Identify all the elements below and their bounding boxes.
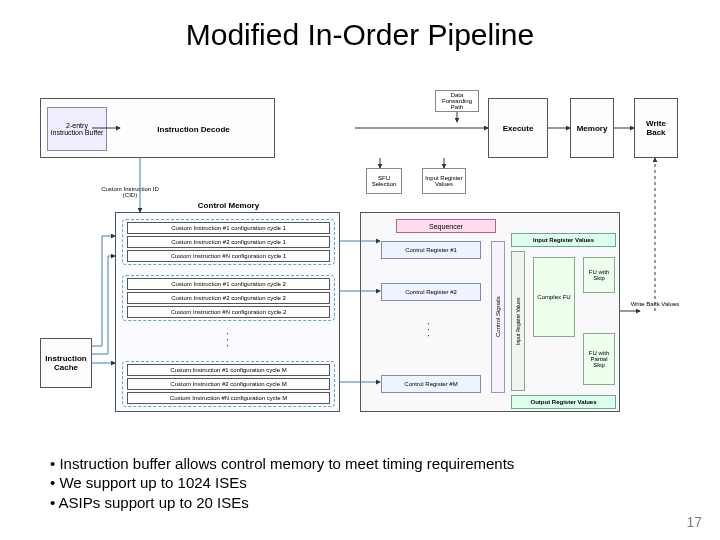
cm-row: Custom Instruction #1 configuration cycl… — [127, 364, 330, 376]
cm-row: Custom Instruction #2 configuration cycl… — [127, 292, 330, 304]
wb-values-label: Write Back Values — [630, 301, 680, 307]
cm-row: Custom Instruction #1 configuration cycl… — [127, 278, 330, 290]
sequencer: Sequencer — [396, 219, 496, 233]
bullet-item: ASIPs support up to 20 ISEs — [50, 493, 514, 513]
control-register: Control Register #1 — [381, 241, 481, 259]
cm-row: Custom Instruction #N configuration cycl… — [127, 250, 330, 262]
control-memory-title: Control Memory — [116, 201, 341, 210]
decode-buffer: 2-entry Instruction Buffer — [47, 107, 107, 151]
cm-row: Custom Instruction #2 configuration cycl… — [127, 236, 330, 248]
cm-row: Custom Instruction #N configuration cycl… — [127, 392, 330, 404]
cm-group-m: Custom Instruction #1 configuration cycl… — [122, 361, 335, 407]
sfu-sel: SFU Selection — [366, 168, 402, 194]
stage-memory: Memory — [570, 98, 614, 158]
control-memory: Control Memory Custom Instruction #1 con… — [115, 212, 340, 412]
bullet-list: Instruction buffer allows control memory… — [50, 454, 514, 513]
cid-label: Custom Instruction ID (CID) — [100, 186, 160, 198]
stage-writeback: Write Back — [634, 98, 678, 158]
input-reg-vals: Input Register Values — [422, 168, 466, 194]
stage-execute: Execute — [488, 98, 548, 158]
cm-group-2: Custom Instruction #1 configuration cycl… — [122, 275, 335, 321]
cm-row: Custom Instruction #1 configuration cycl… — [127, 222, 330, 234]
cm-row: Custom Instruction #N configuration cycl… — [127, 306, 330, 318]
page-number: 17 — [686, 514, 702, 530]
slide-title: Modified In-Order Pipeline — [0, 18, 720, 52]
control-register: Control Register #M — [381, 375, 481, 393]
output-register-values: Output Register Values — [511, 395, 616, 409]
control-signals: Control Signals — [491, 241, 505, 393]
decode-label: Instruction Decode — [111, 99, 276, 159]
bullet-item: We support up to 1024 ISEs — [50, 473, 514, 493]
stage-decode-outer: 2-entry Instruction Buffer Instruction D… — [40, 98, 275, 158]
input-register-values: Input Register Values — [511, 233, 616, 247]
fu-skip: FU with Skip — [583, 257, 615, 293]
complex-fu: Complex FU — [533, 257, 575, 337]
fu-partial: FU with Partial Skip — [583, 333, 615, 385]
diagram: Instruction Fetch 2-entry Instruction Bu… — [40, 86, 680, 436]
input-register-side: Input Register Values — [511, 251, 525, 391]
data-fwd: Data Forwarding Path — [435, 90, 479, 112]
instruction-cache: Instruction Cache — [40, 338, 92, 388]
control-register: Control Register #2 — [381, 283, 481, 301]
bullet-item: Instruction buffer allows control memory… — [50, 454, 514, 474]
cm-group-1: Custom Instruction #1 configuration cycl… — [122, 219, 335, 265]
cm-row: Custom Instruction #2 configuration cycl… — [127, 378, 330, 390]
sfu-block: Sequencer Control Register #1 Control Re… — [360, 212, 620, 412]
